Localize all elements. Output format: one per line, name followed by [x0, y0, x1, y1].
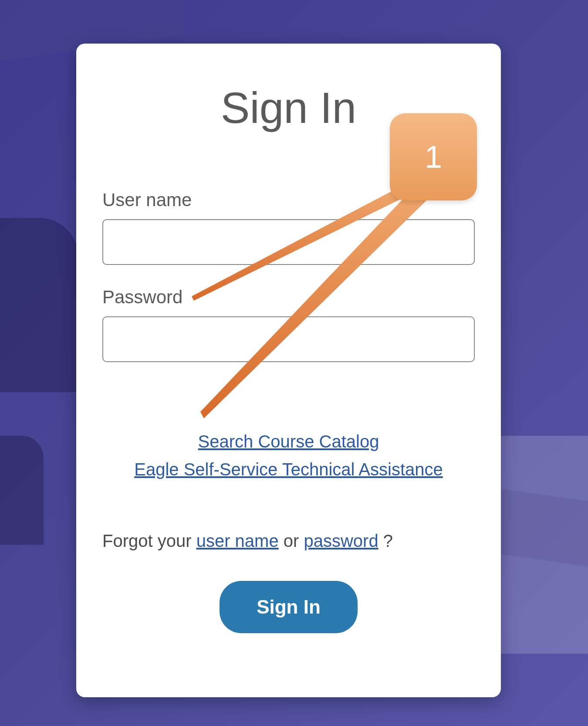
annotation-pointer-icon: [200, 183, 444, 418]
signin-card: Sign In User name Password Search Course…: [76, 44, 501, 697]
forgot-credentials: Forgot your user name or password ?: [102, 527, 475, 555]
forgot-username-link[interactable]: user name: [196, 531, 279, 550]
technical-assistance-link[interactable]: Eagle Self-Service Technical Assistance: [134, 460, 443, 479]
svg-marker-1: [200, 183, 444, 418]
annotation-number: 1: [425, 139, 442, 175]
help-links: Search Course Catalog Eagle Self-Service…: [102, 427, 475, 483]
background-decoration: [0, 436, 44, 545]
forgot-text-suffix: ?: [378, 531, 393, 550]
annotation-badge: 1: [390, 113, 477, 200]
background-decoration: [0, 218, 78, 392]
forgot-password-link[interactable]: password: [304, 531, 378, 550]
forgot-text-mid: or: [279, 531, 304, 550]
forgot-text-prefix: Forgot your: [102, 531, 196, 550]
signin-button[interactable]: Sign In: [220, 581, 358, 633]
search-catalog-link[interactable]: Search Course Catalog: [198, 432, 379, 451]
